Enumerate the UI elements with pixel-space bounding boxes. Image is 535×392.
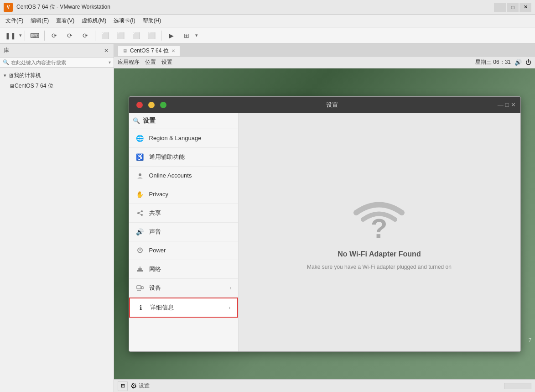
settings-item-power[interactable]: Power bbox=[129, 241, 238, 260]
svg-rect-9 bbox=[137, 286, 141, 289]
preferences-button[interactable]: ⊞ bbox=[180, 29, 193, 42]
os-version-badge: 7 bbox=[529, 337, 531, 343]
toolbar-separator-1 bbox=[25, 31, 25, 41]
accessibility-icon: ♿ bbox=[135, 152, 145, 162]
library-sidebar: 库 ✕ 🔍 ▾ ▾ 🖥 我的计算机 🖥 CentOS 7 64 位 bbox=[0, 44, 114, 392]
vm-bottom-bar: ⊞ ⚙ 设置 bbox=[114, 379, 535, 392]
sidebar-header: 库 ✕ bbox=[0, 44, 114, 57]
pause-button[interactable]: ❚❚ bbox=[4, 29, 17, 42]
vm-expand-button[interactable]: ⊞ bbox=[118, 381, 128, 391]
send-ctrl-alt-del-button[interactable]: ⌨ bbox=[28, 29, 42, 42]
guest-menu-apps[interactable]: 应用程序 bbox=[118, 58, 140, 66]
sidebar-tree: ▾ 🖥 我的计算机 🖥 CentOS 7 64 位 bbox=[0, 68, 114, 392]
svg-rect-7 bbox=[138, 268, 142, 270]
svg-rect-10 bbox=[141, 287, 143, 289]
view-button[interactable]: ⬜ bbox=[129, 29, 143, 42]
main-layout: 库 ✕ 🔍 ▾ ▾ 🖥 我的计算机 🖥 CentOS 7 64 位 🖥 bbox=[0, 44, 535, 392]
settings-item-devices[interactable]: 设备 › bbox=[129, 279, 238, 298]
vm-icon: 🖥 bbox=[9, 83, 15, 89]
settings-item-sharing[interactable]: 共享 bbox=[129, 204, 238, 223]
network-icon bbox=[135, 265, 145, 274]
sidebar-close-button[interactable]: ✕ bbox=[103, 47, 110, 54]
settings-item-details[interactable]: ℹ 详细信息 › bbox=[129, 298, 238, 318]
region-icon: 🌐 bbox=[135, 134, 145, 143]
sharing-label: 共享 bbox=[149, 209, 161, 217]
svg-rect-6 bbox=[137, 270, 143, 272]
menu-file[interactable]: 文件(F) bbox=[2, 16, 27, 26]
devices-label: 设备 bbox=[149, 284, 161, 292]
menu-view[interactable]: 查看(V) bbox=[52, 16, 78, 26]
settings-item-online-accounts[interactable]: Online Accounts bbox=[129, 167, 238, 185]
search-input[interactable] bbox=[11, 60, 107, 65]
tree-item-centos[interactable]: 🖥 CentOS 7 64 位 bbox=[0, 81, 114, 91]
vm-settings-link[interactable]: ⚙ 设置 bbox=[130, 382, 150, 390]
content-area: 🖥 CentOS 7 64 位 ✕ 应用程序 位置 设置 星期三 06：31 🔊… bbox=[114, 44, 535, 392]
svg-rect-8 bbox=[140, 267, 140, 268]
online-accounts-label: Online Accounts bbox=[149, 172, 192, 179]
clock-text: 星期三 06：31 bbox=[475, 58, 511, 66]
guest-menu-settings[interactable]: 设置 bbox=[161, 58, 172, 66]
restore-button[interactable]: ⟳ bbox=[63, 29, 77, 42]
details-arrow-icon: › bbox=[229, 305, 231, 310]
vm-bottom-right bbox=[504, 383, 531, 389]
settings-maximize-button[interactable] bbox=[160, 102, 166, 108]
guest-menu-places[interactable]: 位置 bbox=[145, 58, 156, 66]
settings-item-region[interactable]: 🌐 Region & Language bbox=[129, 129, 238, 148]
settings-minimize-button[interactable] bbox=[148, 102, 155, 108]
vmware-titlebar: V CentOS 7 64 位 - VMware Workstation — □… bbox=[0, 0, 535, 15]
maximize-button[interactable]: □ bbox=[507, 3, 519, 12]
close-button[interactable]: ✕ bbox=[519, 3, 531, 12]
vmware-toolbar: ❚❚ ▾ ⌨ ⟳ ⟳ ⟳ ⬜ ⬜ ⬜ ⬜ ▶ ⊞ ▾ bbox=[0, 27, 535, 44]
centos-tab[interactable]: 🖥 CentOS 7 64 位 ✕ bbox=[118, 45, 180, 56]
settings-titlebar: 设置 — □ ✕ bbox=[129, 97, 520, 113]
settings-body: 🔍 设置 🌐 Region & Language ♿ bbox=[129, 113, 520, 351]
my-computer-label: 我的计算机 bbox=[14, 72, 41, 79]
settings-win-btn-min-right[interactable]: — bbox=[498, 101, 504, 108]
privacy-label: Privacy bbox=[149, 191, 169, 198]
minimize-button[interactable]: — bbox=[494, 3, 506, 12]
power-label: Power bbox=[149, 247, 166, 254]
details-icon: ℹ bbox=[136, 303, 145, 312]
snapshot-button[interactable]: ⟳ bbox=[47, 29, 61, 42]
vm-display[interactable]: 设置 — □ ✕ 🔍 设置 bbox=[114, 68, 535, 379]
settings-window: 设置 — □ ✕ 🔍 设置 bbox=[129, 96, 521, 352]
toolbar-separator-2 bbox=[44, 31, 45, 41]
power-icon[interactable]: ⏻ bbox=[525, 59, 531, 66]
menu-tabs[interactable]: 选项卡(I) bbox=[110, 16, 139, 26]
sound-icon: 🔊 bbox=[135, 227, 145, 236]
tab-close-button[interactable]: ✕ bbox=[171, 48, 175, 53]
sharing-icon bbox=[135, 209, 145, 218]
settings-item-sound[interactable]: 🔊 声音 bbox=[129, 223, 238, 241]
settings-panel-sidebar: 🔍 设置 🌐 Region & Language ♿ bbox=[129, 113, 239, 351]
toolbar-separator-3 bbox=[95, 31, 95, 41]
vmware-menubar: 文件(F) 编辑(E) 查看(V) 虚拟机(M) 选项卡(I) 帮助(H) bbox=[0, 15, 535, 27]
fullscreen-button[interactable]: ⬜ bbox=[98, 29, 112, 42]
menu-edit[interactable]: 编辑(E) bbox=[27, 16, 52, 26]
window-controls: — □ ✕ bbox=[494, 3, 531, 12]
display-button[interactable]: ⬜ bbox=[145, 29, 158, 42]
search-dropdown-icon[interactable]: ▾ bbox=[109, 60, 111, 65]
settings-win-btn-close-right[interactable]: ✕ bbox=[511, 101, 516, 108]
tree-item-my-computer[interactable]: ▾ 🖥 我的计算机 bbox=[0, 70, 114, 81]
settings-item-accessibility[interactable]: ♿ 通用辅助功能 bbox=[129, 148, 238, 167]
volume-icon[interactable]: 🔊 bbox=[514, 59, 522, 66]
expand-icon: ▾ bbox=[4, 73, 6, 78]
menu-vm[interactable]: 虚拟机(M) bbox=[78, 16, 110, 26]
power-settings-icon bbox=[135, 246, 145, 255]
clone-button[interactable]: ⟳ bbox=[78, 29, 92, 42]
sidebar-search-bar: 🔍 ▾ bbox=[0, 57, 114, 68]
settings-item-network[interactable]: 网络 bbox=[129, 260, 238, 279]
unity-button[interactable]: ⬜ bbox=[114, 29, 127, 42]
search-icon: 🔍 bbox=[3, 59, 9, 65]
sidebar-title: 库 bbox=[4, 47, 9, 54]
network-label: 网络 bbox=[149, 265, 161, 273]
accessibility-label: 通用辅助功能 bbox=[149, 153, 185, 161]
menu-help[interactable]: 帮助(H) bbox=[139, 16, 165, 26]
settings-close-button[interactable] bbox=[136, 102, 143, 108]
guest-toolbar: 应用程序 位置 设置 星期三 06：31 🔊 ⏻ bbox=[114, 57, 535, 68]
settings-win-btn-max-right[interactable]: □ bbox=[505, 101, 509, 108]
settings-item-privacy[interactable]: ✋ Privacy bbox=[129, 185, 238, 204]
svg-point-0 bbox=[139, 173, 141, 176]
console-button[interactable]: ▶ bbox=[164, 29, 178, 42]
computer-icon: 🖥 bbox=[8, 73, 14, 79]
